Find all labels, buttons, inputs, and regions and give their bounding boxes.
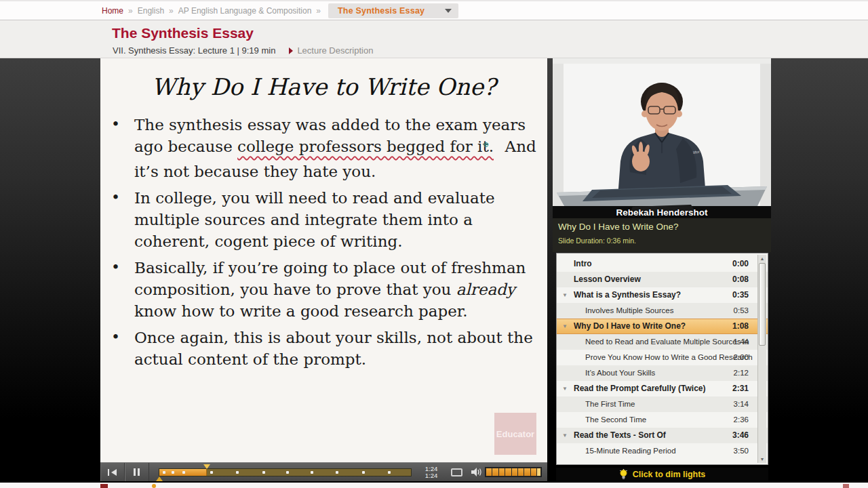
toc-scrollbar[interactable]: ▲ ▼: [757, 255, 766, 463]
time-display: 1:24 1:24: [418, 466, 444, 479]
slide-duration: Slide Duration: 0:36 min.: [558, 237, 766, 245]
partial-icon: [152, 484, 156, 488]
red-underline-annotation: college professors begged for it.: [237, 138, 494, 155]
speaker-icon: [471, 468, 482, 476]
lecture-dropdown[interactable]: The Synthesis Essay: [328, 3, 458, 18]
lecture-description-link[interactable]: Lecture Description: [289, 45, 373, 56]
lecture-description-label: Lecture Description: [297, 45, 373, 56]
slide-bullet: The synthesis essay was added to the exa…: [134, 114, 539, 182]
toc-item-about-your-skills[interactable]: It’s About Your Skills2:12: [557, 365, 768, 381]
lecture-toc: Intro0:00 Lesson Overview0:08 ▼ What is …: [556, 253, 768, 465]
slide-bullet: Basically, if you’re going to place out …: [134, 257, 539, 322]
page-title: The Synthesis Essay: [112, 25, 254, 41]
chapter-marker-dot[interactable]: [182, 471, 185, 474]
toc-item-why-write-one[interactable]: ▼ Why Do I Have to Write One?1:08: [557, 319, 768, 334]
collapse-triangle-icon[interactable]: ▼: [562, 287, 568, 303]
slide-bullet: Once again, this is about your skills, n…: [134, 327, 539, 370]
seek-timeline[interactable]: [159, 463, 412, 481]
skip-triangle-icon: [111, 469, 117, 476]
lecture-dropdown-label: The Synthesis Essay: [338, 6, 425, 16]
segment-start-marker-icon[interactable]: [156, 476, 163, 481]
lecture-header: The Synthesis Essay VII. Synthesis Essay…: [0, 20, 868, 58]
lecture-subtitle: VII. Synthesis Essay: Lecture 1 | 9:19 m…: [113, 45, 275, 56]
partial-icon: [100, 484, 108, 488]
breadcrumb-course-link[interactable]: AP English Language & Composition: [178, 6, 312, 16]
time-current: 1:24: [418, 466, 444, 472]
instructor-illustration: Educator: [553, 58, 771, 218]
volume-segment: [512, 468, 517, 476]
timeline-track[interactable]: [159, 468, 412, 476]
time-total: 1:24: [418, 472, 444, 479]
toc-item-read-texts[interactable]: ▼ Read the Texts - Sort Of3:46: [557, 428, 768, 443]
scroll-down-icon[interactable]: ▼: [758, 455, 766, 463]
player-controls: 1:24 1:24: [100, 462, 547, 481]
toc-item-first-time[interactable]: The First Time3:14: [557, 396, 768, 412]
volume-segment: [492, 468, 498, 476]
pause-icon: [138, 468, 140, 476]
video-info-panel: Why Do I Have to Write One? Slide Durati…: [553, 218, 771, 252]
toc-item-need-to-read[interactable]: Need to Read and Evaluate Multiple Sourc…: [557, 334, 768, 350]
chapter-marker-dot[interactable]: [311, 471, 313, 474]
collapse-triangle-icon[interactable]: ▼: [562, 428, 568, 443]
breadcrumb-bar: Home » English » AP English Language & C…: [0, 0, 868, 20]
toc-item-second-time[interactable]: The Second Time2:36: [557, 412, 768, 428]
mute-button[interactable]: [469, 468, 485, 476]
chapter-marker-dot[interactable]: [336, 471, 338, 474]
partial-icon: [843, 484, 849, 488]
chapter-marker-dot[interactable]: [388, 471, 391, 474]
dim-lights-label: Click to dim lights: [633, 470, 706, 479]
scroll-up-icon[interactable]: ▲: [758, 255, 766, 262]
collapse-triangle-icon[interactable]: ▼: [562, 319, 568, 333]
toc-item-what-is[interactable]: ▼ What is a Synthesis Essay?0:35: [557, 287, 768, 303]
current-slide-title: Why Do I Have to Write One?: [558, 222, 766, 232]
slide-title: Why Do I Have to Write One?: [107, 73, 540, 100]
slide-bullet-list: The synthesis essay was added to the exa…: [100, 114, 547, 370]
toc-item-lesson-overview[interactable]: Lesson Overview0:08: [557, 272, 768, 287]
slide-bullet: In college, you will need to read and ev…: [134, 187, 539, 252]
toc-item-prove-you-know[interactable]: Prove You Know How to Write a Good Resea…: [557, 350, 768, 365]
toc-item-involves-sources[interactable]: Involves Multiple Sources0:53: [557, 303, 768, 319]
instructor-name: Rebekah Hendershot: [553, 207, 771, 218]
fullscreen-button[interactable]: [444, 463, 469, 481]
chapter-marker-dot[interactable]: [163, 471, 165, 474]
chapter-marker-dot[interactable]: [210, 471, 213, 474]
chevron-down-icon: [445, 9, 452, 13]
page-below-fold: [0, 483, 868, 488]
instructor-video[interactable]: Educator Rebekah Hendershot: [553, 58, 771, 218]
volume-segment: [518, 468, 524, 476]
volume-segment: [505, 468, 511, 476]
chapter-marker-dot[interactable]: [286, 471, 289, 474]
volume-segment: [524, 468, 530, 476]
main-stage: Why Do I Have to Write One? The synthesi…: [0, 58, 868, 483]
chapter-marker-dot[interactable]: [262, 471, 265, 474]
playhead-marker-icon[interactable]: [203, 464, 210, 469]
toc-item-intro[interactable]: Intro0:00: [557, 256, 768, 272]
skip-to-start-button[interactable]: [100, 463, 125, 481]
chapter-marker-dot[interactable]: [362, 471, 365, 474]
fullscreen-icon: [451, 468, 462, 476]
breadcrumb: Home » English » AP English Language & C…: [102, 1, 458, 20]
skip-bar-icon: [108, 469, 109, 476]
volume-segment: [499, 468, 505, 476]
volume-knob[interactable]: [537, 468, 540, 476]
lecture-slide: Why Do I Have to Write One? The synthesi…: [100, 58, 547, 462]
collapse-triangle-icon[interactable]: ▼: [562, 381, 568, 396]
chapter-marker-dot[interactable]: [172, 471, 174, 474]
breadcrumb-separator: »: [169, 6, 174, 16]
pause-button[interactable]: [125, 463, 149, 481]
breadcrumb-home-link[interactable]: Home: [102, 6, 123, 16]
arrow-right-icon: [289, 47, 293, 54]
toc-item-reading-period[interactable]: 15-Minute Reading Period3:50: [557, 443, 768, 459]
breadcrumb-separator: »: [316, 6, 321, 16]
volume-segment: [486, 468, 492, 476]
lightbulb-icon: [619, 469, 628, 480]
breadcrumb-separator: »: [128, 6, 133, 16]
chapter-marker-dot[interactable]: [236, 471, 239, 474]
volume-slider[interactable]: [485, 467, 542, 477]
breadcrumb-english-link[interactable]: English: [138, 6, 164, 16]
toc-item-read-prompt[interactable]: ▼ Read the Prompt Carefully (Twice)2:31: [557, 381, 768, 396]
pause-icon: [134, 468, 136, 476]
scrollbar-thumb[interactable]: [759, 263, 766, 346]
educator-watermark: Educator: [494, 413, 536, 455]
dim-lights-button[interactable]: Click to dim lights: [556, 468, 768, 481]
